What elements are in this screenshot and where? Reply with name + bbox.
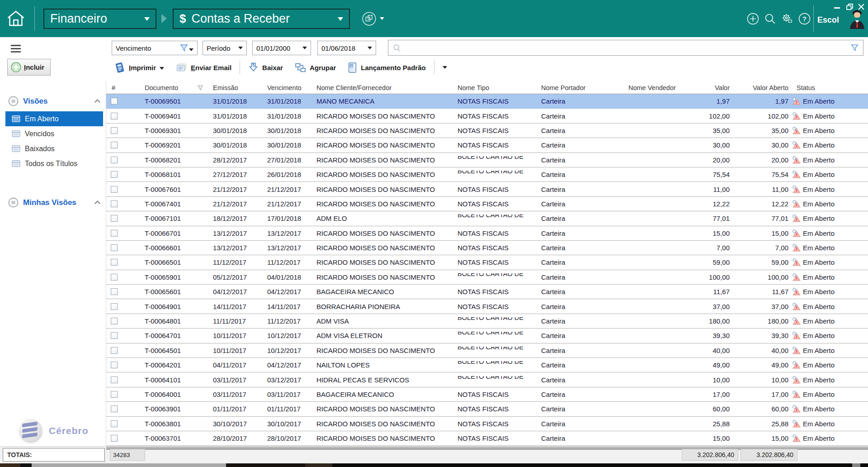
enviar-email-button[interactable]: Enviar Email <box>176 62 231 73</box>
col-header-status[interactable]: Status <box>791 84 868 91</box>
screen-selector[interactable]: $ Contas a Receber <box>173 9 350 29</box>
menu-hamburger-icon[interactable] <box>11 45 21 52</box>
table-row[interactable]: T-0006400103/11/201703/11/2017BAGACEIRA … <box>106 387 868 402</box>
chevron-down-icon[interactable] <box>380 17 384 20</box>
duplicate-window-icon[interactable] <box>362 11 377 26</box>
row-checkbox[interactable] <box>111 171 118 178</box>
table-row[interactable]: T-0006380130/10/201730/10/2017RICARDO MO… <box>106 417 868 431</box>
row-checkbox[interactable] <box>111 142 118 148</box>
table-row[interactable]: T-0006560104/12/201704/12/2017BAGACEIRA … <box>106 285 868 299</box>
row-checkbox[interactable] <box>111 318 118 324</box>
col-header-tipo[interactable]: Nome Tipo <box>452 84 536 91</box>
row-checkbox[interactable] <box>111 259 118 266</box>
table-row[interactable]: T-0006660113/12/201713/12/2017RICARDO MO… <box>106 241 868 255</box>
settings-gear-icon[interactable] <box>781 12 794 25</box>
row-checkbox[interactable] <box>111 391 118 398</box>
table-row[interactable]: T-0006590105/12/201704/01/2018RICARDO MO… <box>106 270 868 285</box>
col-header-vendedor[interactable]: Nome Vendedor <box>623 84 677 91</box>
col-header-portador[interactable]: Nome Portador <box>536 84 623 91</box>
table-row[interactable]: T-0006810127/12/201726/01/2018RICARDO MO… <box>106 167 868 182</box>
imprimir-button[interactable]: Imprimir <box>114 62 164 73</box>
lancamento-padrao-button[interactable]: F Lançamento Padrão <box>348 62 425 73</box>
column-filter-funnel-icon[interactable] <box>198 85 203 91</box>
toolbar-overflow-chevron[interactable] <box>443 66 447 69</box>
table-row[interactable]: T-0006470110/11/201710/12/2017ADM VISA E… <box>106 329 868 343</box>
row-checkbox[interactable] <box>111 244 118 251</box>
row-checkbox[interactable] <box>111 347 118 354</box>
table-row[interactable]: T-0006940131/01/201831/01/2018RICARDO MO… <box>106 109 868 123</box>
row-checkbox[interactable] <box>111 230 118 237</box>
table-row[interactable]: T-0006480111/11/201711/12/2017ADM VISABO… <box>106 314 868 329</box>
row-checkbox[interactable] <box>111 157 118 163</box>
restore-button[interactable] <box>846 4 853 10</box>
row-checkbox[interactable] <box>111 362 118 368</box>
sidebar-item-todos-os-títulos[interactable]: Todos os Títulos <box>5 156 103 171</box>
row-checkbox[interactable] <box>111 215 118 222</box>
col-header-valor[interactable]: Valor <box>677 84 732 91</box>
table-row[interactable]: T-0006670113/12/201713/12/2017RICARDO MO… <box>106 226 868 241</box>
incluir-button[interactable]: Incluir <box>7 59 51 76</box>
row-checkbox[interactable] <box>111 303 118 310</box>
sidebar-item-em-aberto[interactable]: Em Aberto <box>5 111 103 126</box>
collapse-chevron-icon[interactable] <box>94 200 100 206</box>
collapse-chevron-icon[interactable] <box>94 99 100 105</box>
row-checkbox[interactable] <box>111 274 118 281</box>
table-row[interactable]: T-0006370128/10/201728/10/2017RICARDO MO… <box>106 431 868 446</box>
col-header-vencimento[interactable]: Vencimento <box>262 84 311 91</box>
baixar-button[interactable]: $ Baixar <box>248 62 283 73</box>
date-to-picker[interactable]: 01/06/2018 <box>317 41 376 55</box>
table-row[interactable]: T-0006390101/11/201701/11/2017RICARDO MO… <box>106 402 868 416</box>
minimize-button[interactable] <box>834 7 840 9</box>
row-checkbox[interactable] <box>111 332 118 339</box>
module-selector[interactable]: Financeiro <box>43 9 156 29</box>
cell-portador: Carteira <box>536 420 623 428</box>
col-header-valor-aberto[interactable]: Valor Aberto <box>732 84 791 91</box>
row-checkbox[interactable] <box>111 405 118 412</box>
row-checkbox[interactable] <box>111 288 118 295</box>
period-selector[interactable]: Período <box>203 41 247 55</box>
table-row[interactable]: T-0006820128/12/201727/01/2018RICARDO MO… <box>106 153 868 167</box>
row-checkbox[interactable] <box>111 420 118 427</box>
row-checkbox[interactable] <box>111 435 118 442</box>
home-icon[interactable] <box>6 10 25 27</box>
add-icon[interactable] <box>747 13 759 25</box>
col-header-documento[interactable]: Documento <box>139 84 208 91</box>
table-row[interactable]: T-0006650111/12/201711/12/2017RICARDO MO… <box>106 255 868 270</box>
table-row[interactable]: T-0006920130/01/201830/01/2018RICARDO MO… <box>106 138 868 152</box>
search-icon[interactable] <box>764 13 776 25</box>
table-row[interactable]: T-0006490114/11/201714/11/2017BORRACHARI… <box>106 299 868 314</box>
agrupar-button[interactable]: Agrupar <box>295 62 336 73</box>
close-button[interactable] <box>858 4 864 10</box>
sidebar-item-baixados[interactable]: Baixados <box>5 141 103 156</box>
search-filter-funnel-icon[interactable] <box>851 44 859 52</box>
row-checkbox[interactable] <box>111 200 118 207</box>
row-checkbox[interactable] <box>111 98 118 105</box>
col-header-emissao[interactable]: Emissão <box>208 84 262 91</box>
help-icon[interactable]: ? <box>798 13 811 25</box>
table-row[interactable]: T-0006930130/01/201830/01/2018RICARDO MO… <box>106 124 868 138</box>
table-row[interactable]: T-0006410103/11/201703/12/2017HIDRAL PEC… <box>106 372 868 387</box>
table-row[interactable]: T-0006740121/12/201721/12/2017RICARDO MO… <box>106 197 868 211</box>
search-input[interactable] <box>405 44 847 52</box>
table-row[interactable]: T-0006420104/11/201704/12/2017NAILTON LO… <box>106 358 868 372</box>
table-row[interactable]: T-0006450110/11/201710/12/2017RICARDO MO… <box>106 343 868 358</box>
search-bar[interactable] <box>388 40 863 56</box>
table-row[interactable]: T-0006710118/12/201717/01/2018ADM ELOBOL… <box>106 211 868 226</box>
col-header-num[interactable]: # <box>106 84 139 91</box>
col-header-cliente[interactable]: Nome Cliente/Fornecedor <box>311 84 452 91</box>
avatar[interactable] <box>848 9 866 29</box>
row-checkbox[interactable] <box>111 127 118 134</box>
filter-field-selector[interactable]: Vencimento <box>112 41 198 55</box>
cell-valor-aberto: 75,54 <box>732 171 791 178</box>
agrupar-label: Agrupar <box>310 64 336 71</box>
sidebar-section-visoes[interactable]: Visões <box>8 96 99 106</box>
status-warning-icon: ! <box>792 156 801 164</box>
row-checkbox[interactable] <box>111 113 118 119</box>
table-row[interactable]: T-0006950131/01/201831/01/2018MANO MECAN… <box>106 94 868 109</box>
row-checkbox[interactable] <box>111 376 118 383</box>
row-checkbox[interactable] <box>111 186 118 193</box>
sidebar-item-vencidos[interactable]: Vencidos <box>5 126 103 141</box>
sidebar-section-minhas-visoes[interactable]: Minhas Visões <box>8 197 99 208</box>
table-row[interactable]: T-0006760121/12/201721/12/2017RICARDO MO… <box>106 182 868 196</box>
date-from-picker[interactable]: 01/01/2000 <box>252 41 311 55</box>
